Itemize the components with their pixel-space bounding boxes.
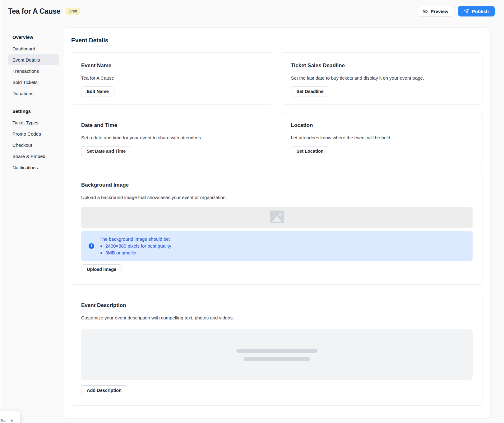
image-requirements-list: 2400×880 pixels for best quality 3MB or … [99, 243, 171, 256]
sidebar-item-ticket-types[interactable]: Ticket Types [8, 117, 59, 128]
description-empty-preview [81, 329, 473, 380]
bottom-collapsed-widget[interactable]: s... ▲ [0, 411, 20, 423]
add-description-button[interactable]: Add Description [81, 385, 127, 395]
preview-button-label: Preview [431, 9, 448, 14]
sidebar-item-dashboard[interactable]: Dashboard [8, 43, 59, 54]
set-deadline-button[interactable]: Set Deadline [291, 86, 329, 96]
sidebar-section-settings: Settings [8, 105, 59, 117]
event-description-title: Event Description [81, 302, 473, 309]
date-and-time-description: Set a date and time for your event to sh… [81, 135, 263, 140]
sidebar-item-checkout[interactable]: Checkout [8, 139, 59, 151]
sidebar-section-overview: Overview [8, 31, 59, 43]
sidebar-section-gap [8, 99, 59, 105]
skeleton-bar [236, 349, 317, 353]
background-image-title: Background Image [81, 182, 473, 188]
location-title: Location [291, 122, 473, 128]
event-name-value: Tea for A Cause [81, 75, 263, 81]
sidebar-item-share-embed[interactable]: Share & Embed [8, 151, 59, 162]
image-requirement-size: 2400×880 pixels for best quality [105, 243, 171, 249]
sidebar-item-transactions[interactable]: Transactions [8, 65, 59, 77]
page-title: Tea for A Cause [8, 7, 61, 16]
info-icon: i [89, 243, 94, 249]
set-date-and-time-button[interactable]: Set Date and Time [81, 146, 131, 156]
cards-row-1: Event Name Tea for A Cause Edit Name Tic… [71, 52, 483, 105]
edit-name-button[interactable]: Edit Name [81, 86, 114, 96]
publish-button[interactable]: Publish [458, 6, 495, 16]
background-image-description: Upload a backround image that showcases … [81, 195, 473, 200]
preview-button[interactable]: Preview [417, 6, 454, 16]
location-description: Let attendees know where the event will … [291, 135, 473, 140]
sidebar-item-promo-codes[interactable]: Promo Codes [8, 128, 59, 139]
left-edge-divider [0, 0, 1, 423]
sidebar-item-notifications[interactable]: Notifications [8, 162, 59, 173]
event-description-card: Event Description Customize your event d… [71, 292, 483, 406]
background-image-preview [81, 207, 473, 228]
image-requirements-heading: The background image should be: [99, 236, 171, 243]
event-description-description: Customize your event description with co… [81, 315, 473, 320]
sidebar: Overview Dashboard Event Details Transac… [8, 31, 59, 173]
widget-truncated-label: s... [0, 417, 6, 422]
header-actions: Preview Publish [417, 6, 495, 16]
sidebar-item-sold-tickets[interactable]: Sold Tickets [8, 77, 59, 88]
main-panel: Event Details Event Name Tea for A Cause… [63, 27, 491, 418]
image-requirements-text: The background image should be: 2400×880… [99, 236, 171, 256]
set-location-button[interactable]: Set Location [291, 146, 329, 156]
background-image-card: Background Image Upload a backround imag… [71, 172, 483, 285]
send-icon [464, 9, 469, 14]
location-card: Location Let attendees know where the ev… [281, 112, 483, 164]
publish-button-label: Publish [472, 9, 489, 14]
event-name-title: Event Name [81, 63, 263, 69]
image-requirement-filesize: 3MB or smaller [105, 249, 171, 256]
date-and-time-card: Date and Time Set a date and time for yo… [71, 112, 273, 164]
date-and-time-title: Date and Time [81, 122, 263, 128]
ticket-sales-deadline-card: Ticket Sales Deadline Set the last date … [281, 52, 483, 105]
image-requirements-info: i The background image should be: 2400×8… [81, 231, 473, 261]
eye-icon [423, 9, 428, 14]
ticket-sales-deadline-title: Ticket Sales Deadline [291, 63, 473, 69]
skeleton-bar [244, 357, 310, 361]
status-badge: Draft [66, 8, 80, 15]
cards-row-2: Date and Time Set a date and time for yo… [71, 112, 483, 164]
caret-up-icon[interactable]: ▲ [10, 418, 14, 422]
ticket-sales-deadline-description: Set the last date to buy tickets and dis… [291, 75, 473, 81]
upload-image-button[interactable]: Upload Image [81, 264, 122, 274]
app-header: Tea for A Cause Draft Preview Publish [8, 4, 495, 18]
image-placeholder-icon [270, 211, 284, 224]
sidebar-item-donations[interactable]: Donations [8, 88, 59, 99]
event-name-card: Event Name Tea for A Cause Edit Name [71, 52, 273, 105]
sidebar-item-event-details[interactable]: Event Details [8, 54, 59, 65]
section-heading: Event Details [71, 37, 483, 44]
